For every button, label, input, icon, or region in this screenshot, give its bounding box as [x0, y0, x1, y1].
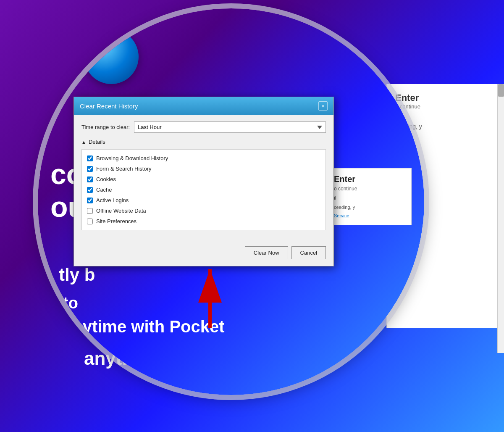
cancel-button[interactable]: Cancel [291, 246, 326, 259]
mag-email-label: il [334, 195, 405, 201]
checkbox-cookies: Cookies [87, 174, 320, 184]
proceeding-label: ceeding, y [395, 123, 496, 130]
enter-label: Enter [395, 92, 496, 103]
details-arrow-icon: ▲ [81, 140, 86, 145]
clear-now-button[interactable]: Clear Now [245, 246, 288, 259]
checkbox-form-search-history-label: Form & Search History [96, 166, 151, 172]
checkbox-browsing-history-input[interactable] [87, 155, 93, 161]
red-arrow-annotation [176, 256, 244, 334]
email-label: il [395, 113, 496, 120]
mag-proceeding-label: ceeding, y Service [334, 204, 405, 219]
checkbox-active-logins-input[interactable] [87, 198, 93, 203]
dialog-title: Clear Recent History [80, 103, 138, 110]
firefox-orb [84, 29, 139, 84]
mag-text4: to [63, 294, 78, 312]
checkbox-cache-label: Cache [96, 187, 112, 193]
checkbox-form-search-history: Form & Search History [87, 163, 320, 174]
checkbox-offline-website-data-label: Offline Website Data [96, 208, 146, 214]
clear-history-dialog: Clear Recent History × Time range to cle… [74, 97, 334, 266]
scrollbar-thumb[interactable] [498, 84, 504, 97]
dialog-close-button[interactable]: × [318, 101, 328, 111]
checkbox-site-preferences-label: Site Preferences [96, 218, 136, 224]
dialog-body: Time range to clear: Last Hour Last Two … [74, 115, 333, 243]
scrollbar[interactable] [497, 84, 504, 353]
dialog-titlebar: Clear Recent History × [74, 97, 333, 115]
details-label: Details [89, 139, 105, 145]
checkbox-browsing-history-label: Browsing & Download History [96, 155, 168, 161]
time-range-label: Time range to clear: [81, 124, 130, 130]
checkbox-cookies-input[interactable] [87, 176, 93, 182]
checkbox-list: Browsing & Download History Form & Searc… [81, 149, 326, 230]
mag-service-link[interactable]: Service [334, 213, 405, 219]
dialog-overlay: Clear Recent History × Time range to cle… [74, 97, 334, 266]
time-range-row: Time range to clear: Last Hour Last Two … [81, 121, 326, 133]
mag-right-panel: Enter o continue il ceeding, y Service [328, 168, 412, 225]
mag-continue-label: o continue [334, 186, 405, 192]
checkbox-active-logins: Active Logins [87, 195, 320, 205]
checkbox-cache: Cache [87, 184, 320, 195]
checkbox-form-search-history-input[interactable] [87, 166, 93, 172]
checkbox-active-logins-label: Active Logins [96, 197, 129, 203]
details-header[interactable]: ▲ Details [81, 139, 326, 145]
mag-enter-label: Enter [334, 174, 405, 184]
mag-text3: tly b [59, 265, 95, 285]
checkbox-browsing-history: Browsing & Download History [87, 153, 320, 163]
checkbox-cache-input[interactable] [87, 187, 93, 193]
checkbox-offline-website-data: Offline Website Data [87, 205, 320, 216]
checkbox-site-preferences-input[interactable] [87, 219, 93, 224]
continue-label: o continue [395, 103, 496, 110]
checkbox-offline-website-data-input[interactable] [87, 208, 93, 214]
time-range-select[interactable]: Last Hour Last Two Hours Last Four Hours… [134, 121, 326, 133]
checkbox-site-preferences: Site Preferences [87, 216, 320, 227]
checkbox-cookies-label: Cookies [96, 176, 116, 182]
